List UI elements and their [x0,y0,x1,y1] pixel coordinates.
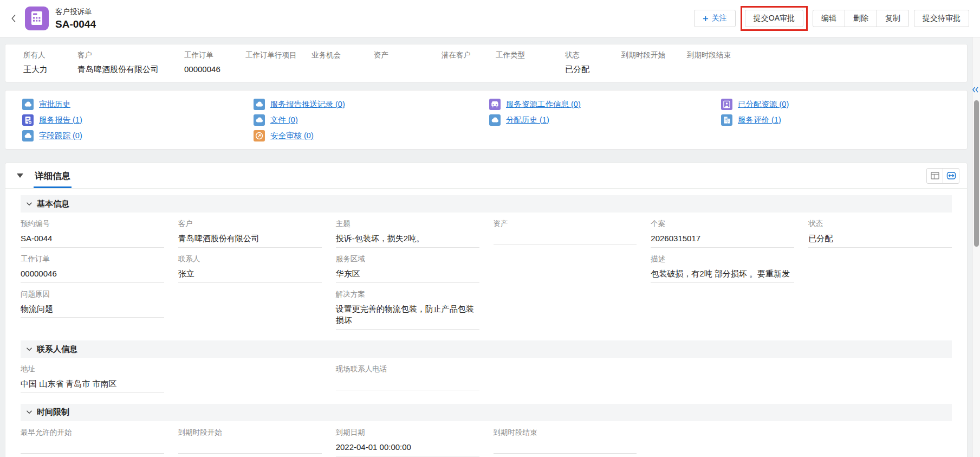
delete-button[interactable]: 删除 [845,10,877,27]
summary-field: 业务机会 [311,50,374,75]
detail-row: 问题原因 物流问题 解决方案 设置更完善的物流包装，防止产品包装损坏 [21,283,952,330]
summary-field: 客户 青岛啤酒股份有限公司 [77,50,184,75]
submit-oa-approval-button[interactable]: 提交OA审批 [745,10,803,27]
detail-field-label: 现场联系人电话 [336,364,479,374]
summary-field-value: 王大力 [23,65,74,75]
related-link[interactable]: 审批历史 [39,99,70,110]
summary-field-label: 状态 [565,50,618,60]
section-band: 基本信息 [21,195,952,213]
detail-field-label: 联系人 [178,254,322,264]
summary-field: 所有人 王大力 [23,50,77,75]
detail-row: 工作订单 00000046 联系人 张立 服务区域 华东区 描述 包装破损，有2… [21,248,952,283]
collapse-caret-icon[interactable] [17,173,23,178]
collapse-panel-icon[interactable] [972,86,979,94]
related-links-column: 审批历史 服务报告 (1) 字段跟踪 (0) [22,98,254,141]
detail-field: 资产 [494,213,637,248]
detail-field: 主题 投诉-包装坏，损失2吨。 [336,213,479,248]
detail-field-label: 最早允许的开始 [21,428,164,437]
related-link[interactable]: 服务资源工作信息 (0) [506,99,581,110]
summary-field-value[interactable]: 青岛啤酒股份有限公司 [77,65,181,75]
summary-field-label: 资产 [374,50,438,60]
detail-field: 服务区域 华东区 [336,248,479,283]
follow-button[interactable]: 关注 [694,10,736,27]
detail-empty-cell [808,421,952,456]
related-link[interactable]: 服务评价 (1) [738,115,781,125]
detail-field-value: SA-0044 [21,233,164,248]
detail-field-label: 问题原因 [21,289,164,299]
summary-field-value [442,65,492,75]
detail-sections: 基本信息 预约编号 SA-0044 客户 青岛啤酒股份有限公司 主题 投诉-包装… [5,195,967,456]
section-title: 联系人信息 [37,344,77,355]
detail-field-value[interactable]: 00000046 [21,268,164,283]
related-link[interactable]: 已分配资源 (0) [738,99,789,110]
summary-field-label: 潜在客户 [442,50,492,60]
summary-field: 资产 [374,50,442,75]
summary-field-label: 工作订单行项目 [245,50,308,60]
top-bar: 客户投诉单 SA-0044 关注 提交OA审批 编辑 删除 复制 提交待审批 [0,0,980,37]
chevron-down-icon[interactable] [26,347,33,352]
detail-row: 最早允许的开始 到期时段开始 到期日期 2022-04-01 00:00:00 … [21,421,952,456]
annotation-highlight-box: 提交OA审批 [741,6,808,31]
detail-field-value: 中国 山东省 青岛市 市南区 [21,378,164,393]
detail-field-label: 工作订单 [21,254,164,264]
related-link[interactable]: 服务报告推送记录 (0) [270,99,345,110]
scrollbar-thumb[interactable] [974,100,979,247]
record-action-group: 编辑 删除 复制 [813,10,909,27]
detail-empty-cell [178,358,322,393]
scrollbar-track[interactable] [972,37,980,457]
related-link-item: 已分配资源 (0) [721,98,949,110]
detail-field: 工作订单 00000046 [21,248,164,283]
detail-field-label: 个案 [651,219,794,229]
related-link[interactable]: 安全审核 (0) [270,131,314,141]
related-link-item: 服务报告 (1) [22,114,254,126]
chevron-down-icon[interactable] [26,410,33,415]
detail-field-value[interactable]: 青岛啤酒股份有限公司 [178,233,322,248]
summary-field-value [496,65,562,75]
summary-field-value[interactable]: 00000046 [184,65,242,75]
detail-field: 联系人 张立 [178,248,322,283]
summary-field-value: 已分配 [565,65,618,75]
edit-button[interactable]: 编辑 [813,10,845,27]
detail-field-value[interactable]: 20260315017 [651,233,794,248]
detail-field-value[interactable]: 张立 [178,268,322,283]
detail-field-value: 投诉-包装坏，损失2吨。 [336,233,479,248]
detail-empty-cell [494,283,637,330]
related-link-item: 服务报告推送记录 (0) [254,98,489,110]
detail-field-label: 服务区域 [336,254,479,264]
related-link-item: 审批历史 [22,98,254,110]
detail-field-value[interactable]: 华东区 [336,268,479,283]
related-link[interactable]: 服务报告 (1) [39,115,82,125]
detail-field: 解决方案 设置更完善的物流包装，防止产品包装损坏 [336,283,479,330]
detail-empty-cell [494,248,637,283]
summary-field: 工作订单行项目 [245,50,311,75]
related-link[interactable]: 分配历史 (1) [506,115,549,125]
detail-field-value: 物流问题 [21,303,164,318]
related-link[interactable]: 字段跟踪 (0) [39,131,82,141]
detail-row: 预约编号 SA-0044 客户 青岛啤酒股份有限公司 主题 投诉-包装坏，损失2… [21,213,952,248]
detail-field-label: 预约编号 [21,219,164,229]
detail-empty-cell [651,358,794,393]
expand-width-button[interactable] [943,168,959,184]
copy-button[interactable]: 复制 [877,10,909,27]
page-title: SA-0044 [55,18,96,30]
related-link-item: 服务资源工作信息 (0) [489,98,721,110]
layout-view-button[interactable] [926,168,943,184]
section-band: 时间限制 [21,404,952,421]
building-icon [721,114,732,126]
back-button[interactable] [7,8,21,29]
submit-pending-approval-button[interactable]: 提交待审批 [914,10,969,27]
detail-field: 客户 青岛啤酒股份有限公司 [178,213,322,248]
horizontal-expand-icon [946,170,957,181]
summary-field-value [245,65,308,75]
summary-bar: 所有人 王大力 客户 青岛啤酒股份有限公司 工作订单 00000046 工作订单… [5,44,968,82]
detail-field: 到期时段开始 [178,421,322,456]
details-tab[interactable]: 详细信息 [34,163,72,188]
detail-field-label: 到期日期 [336,428,479,437]
related-link[interactable]: 文件 (0) [270,115,298,125]
detail-field: 最早允许的开始 [21,421,164,456]
cloud-icon [489,114,501,126]
chevron-down-icon[interactable] [26,202,33,207]
detail-field: 描述 包装破损，有2吨 部分损坏 。要重新发 [651,248,794,283]
summary-field-label: 到期时段开始 [621,50,684,60]
related-links-card: 审批历史 服务报告 (1) 字段跟踪 (0) 服务报告推送记录 (0) 文件 (… [5,90,968,150]
